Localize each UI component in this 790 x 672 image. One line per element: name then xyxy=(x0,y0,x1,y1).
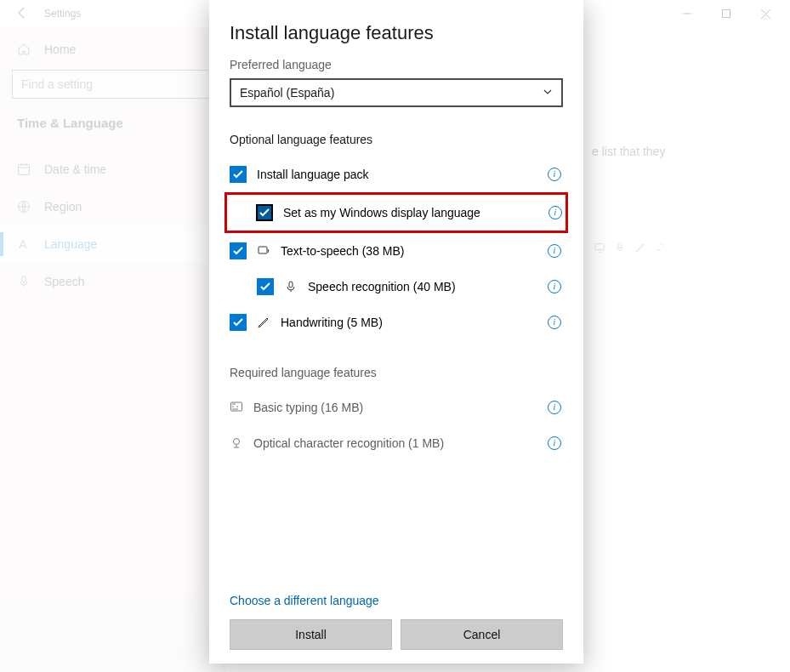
close-button[interactable] xyxy=(746,1,785,26)
handwriting-icon xyxy=(257,316,270,329)
row-text-to-speech: Text-to-speech (38 MB) i xyxy=(230,233,563,269)
sidebar-item-region[interactable]: Region xyxy=(0,188,226,225)
select-value: Español (España) xyxy=(240,86,334,100)
info-icon[interactable]: i xyxy=(548,168,561,181)
row-speech-recognition: Speech recognition (40 MB) i xyxy=(230,269,563,305)
info-icon[interactable]: i xyxy=(548,316,561,329)
required-features-label: Required language features xyxy=(230,366,563,379)
sidebar: Home Find a setting Time & Language Date… xyxy=(0,27,226,672)
row-label: Handwriting (5 MB) xyxy=(281,316,383,329)
choose-different-language-link[interactable]: Choose a different language xyxy=(230,594,563,607)
info-icon[interactable]: i xyxy=(548,206,562,219)
checkbox-speech-recognition[interactable] xyxy=(257,278,274,295)
sidebar-section-title: Time & Language xyxy=(0,116,226,130)
sidebar-item-label: Speech xyxy=(44,275,84,288)
ocr-icon xyxy=(230,436,243,450)
sidebar-item-date-time[interactable]: Date & time xyxy=(0,151,226,188)
row-handwriting: Handwriting (5 MB) i xyxy=(230,305,563,340)
home-icon xyxy=(17,43,31,56)
info-icon[interactable]: i xyxy=(548,280,561,293)
checkbox-install-language-pack[interactable] xyxy=(230,166,247,183)
dialog-title: Install language features xyxy=(230,22,563,44)
info-icon[interactable]: i xyxy=(548,401,561,414)
optional-features-label: Optional language features xyxy=(230,133,563,146)
svg-rect-5 xyxy=(618,243,622,248)
svg-point-9 xyxy=(234,439,240,445)
row-install-language-pack: Install language pack i xyxy=(230,157,563,192)
row-basic-typing: Basic typing (16 MB) i xyxy=(230,390,563,425)
sidebar-item-language[interactable]: Language xyxy=(0,225,226,263)
svg-rect-0 xyxy=(723,10,730,18)
install-button[interactable]: Install xyxy=(230,619,392,650)
sidebar-item-label: Language xyxy=(44,237,97,251)
chevron-down-icon xyxy=(543,86,553,100)
cancel-button[interactable]: Cancel xyxy=(401,619,563,650)
svg-rect-1 xyxy=(19,165,30,175)
row-label: Speech recognition (40 MB) xyxy=(308,280,456,293)
microphone-icon xyxy=(284,280,298,293)
row-label: Install language pack xyxy=(257,168,369,181)
search-input[interactable]: Find a setting xyxy=(12,70,214,99)
checkbox-set-display-language[interactable] xyxy=(256,204,273,221)
svg-rect-3 xyxy=(22,276,26,282)
cancel-button-label: Cancel xyxy=(463,628,501,641)
svg-rect-6 xyxy=(259,247,267,253)
install-language-dialog: Install language features Preferred lang… xyxy=(209,0,583,663)
highlight-set-display-language: Set as my Windows display language i xyxy=(224,192,568,233)
row-label: Text-to-speech (38 MB) xyxy=(281,244,405,258)
sidebar-item-speech[interactable]: Speech xyxy=(0,263,226,300)
keyboard-icon xyxy=(230,401,243,414)
row-label: Set as my Windows display language xyxy=(283,206,480,219)
row-label: Basic typing (16 MB) xyxy=(253,401,363,414)
row-set-display-language: Set as my Windows display language i xyxy=(229,195,564,231)
preferred-language-select[interactable]: Español (España) xyxy=(230,78,563,107)
info-icon[interactable]: i xyxy=(548,244,561,258)
sidebar-home-label: Home xyxy=(44,43,76,56)
row-ocr: Optical character recognition (1 MB) i xyxy=(230,425,563,461)
preferred-language-label: Preferred language xyxy=(230,58,563,71)
checkbox-handwriting[interactable] xyxy=(230,314,247,331)
language-icon xyxy=(17,237,31,251)
tts-icon xyxy=(257,244,270,258)
row-label: Optical character recognition (1 MB) xyxy=(253,436,444,450)
info-icon[interactable]: i xyxy=(548,436,561,450)
sidebar-item-label: Region xyxy=(44,200,82,214)
svg-rect-7 xyxy=(289,282,293,288)
search-placeholder: Find a setting xyxy=(21,77,93,91)
back-icon[interactable] xyxy=(15,6,29,22)
sidebar-item-label: Date & time xyxy=(44,162,106,176)
svg-rect-4 xyxy=(595,244,605,250)
install-button-label: Install xyxy=(295,628,327,641)
sidebar-home[interactable]: Home xyxy=(0,32,226,66)
calendar-icon xyxy=(17,162,31,176)
microphone-icon xyxy=(17,275,31,288)
minimize-button[interactable] xyxy=(668,1,707,26)
language-feature-icons xyxy=(594,242,667,253)
maximize-button[interactable] xyxy=(707,1,746,26)
partial-background-text: e list that they xyxy=(592,145,665,158)
checkbox-text-to-speech[interactable] xyxy=(230,242,247,259)
globe-icon xyxy=(17,200,31,214)
window-title: Settings xyxy=(44,8,81,20)
